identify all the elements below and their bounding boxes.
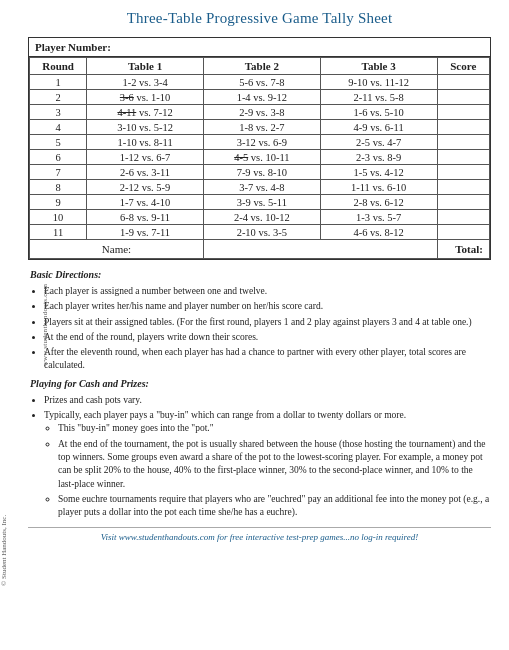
page: www.studenthandouts.com © Student Handou… [0,0,509,650]
list-item: Each player writes her/his name and play… [44,300,491,313]
list-item: Typically, each player pays a "buy-in" w… [44,409,491,519]
list-item: Prizes and cash pots vary. [44,394,491,407]
player-number-label: Player Number: [35,41,111,53]
name-total-row: Name: Total: [30,240,490,259]
player-number-row: Player Number: [29,38,490,57]
header-table1: Table 1 [87,58,204,75]
cell-table3: 2-3 vs. 8-9 [320,150,437,165]
cell-table3: 2-11 vs. 5-8 [320,90,437,105]
copyright-text: © Student Handouts, Inc. [0,515,8,586]
cell-table1: 1-2 vs. 3-4 [87,75,204,90]
list-item: This "buy-in" money goes into the "pot." [58,422,491,435]
footer: Visit www.studenthandouts.com for free i… [28,527,491,542]
table-row: 72-6 vs. 3-117-9 vs. 8-101-5 vs. 4-12 [30,165,490,180]
cell-table3: 2-5 vs. 4-7 [320,135,437,150]
cell-table3: 4-9 vs. 6-11 [320,120,437,135]
name-value [203,240,437,259]
cell-score [437,150,489,165]
table-row: 61-12 vs. 6-74-5 vs. 10-112-3 vs. 8-9 [30,150,490,165]
cell-table2: 1-8 vs. 2-7 [203,120,320,135]
cell-table1: 2-6 vs. 3-11 [87,165,204,180]
cell-table2: 2-4 vs. 10-12 [203,210,320,225]
cell-table1: 1-7 vs. 4-10 [87,195,204,210]
basic-directions-list: Each player is assigned a number between… [44,285,491,373]
list-item: At the end of the round, players write d… [44,331,491,344]
cell-table2: 7-9 vs. 8-10 [203,165,320,180]
table-row: 106-8 vs. 9-112-4 vs. 10-121-3 vs. 5-7 [30,210,490,225]
name-label: Name: [30,240,204,259]
page-title: Three-Table Progressive Game Tally Sheet [28,10,491,27]
cell-table3: 4-6 vs. 8-12 [320,225,437,240]
cell-round: 5 [30,135,87,150]
cell-table2: 5-6 vs. 7-8 [203,75,320,90]
list-item: Some euchre tournaments require that pla… [58,493,491,520]
header-table3: Table 3 [320,58,437,75]
cell-table3: 1-6 vs. 5-10 [320,105,437,120]
cell-table1: 1-10 vs. 8-11 [87,135,204,150]
cell-table1: 3-10 vs. 5-12 [87,120,204,135]
cell-score [437,180,489,195]
cell-table2: 2-9 vs. 3-8 [203,105,320,120]
side-watermark: www.studenthandouts.com [41,284,49,367]
cell-table1: 3-6 vs. 1-10 [87,90,204,105]
basic-directions-title: Basic Directions: [30,268,491,282]
table-row: 51-10 vs. 8-113-12 vs. 6-92-5 vs. 4-7 [30,135,490,150]
cash-title: Playing for Cash and Prizes: [30,377,491,391]
cell-round: 10 [30,210,87,225]
cell-score [437,90,489,105]
cell-round: 2 [30,90,87,105]
cell-table1: 1-12 vs. 6-7 [87,150,204,165]
cell-round: 3 [30,105,87,120]
cell-table1: 2-12 vs. 5-9 [87,180,204,195]
cell-score [437,120,489,135]
cell-table2: 3-12 vs. 6-9 [203,135,320,150]
cell-table3: 9-10 vs. 11-12 [320,75,437,90]
cell-score [437,225,489,240]
table-header-row: Round Table 1 Table 2 Table 3 Score [30,58,490,75]
cash-list: Prizes and cash pots vary.Typically, eac… [44,394,491,520]
cell-table1: 4-11 vs. 7-12 [87,105,204,120]
cell-round: 11 [30,225,87,240]
cell-score [437,105,489,120]
cell-table3: 2-8 vs. 6-12 [320,195,437,210]
cell-round: 9 [30,195,87,210]
cell-round: 8 [30,180,87,195]
list-item: Each player is assigned a number between… [44,285,491,298]
directions-section: Basic Directions: Each player is assigne… [30,268,491,519]
cell-table3: 1-5 vs. 4-12 [320,165,437,180]
table-row: 82-12 vs. 5-93-7 vs. 4-81-11 vs. 6-10 [30,180,490,195]
table-row: 111-9 vs. 7-112-10 vs. 3-54-6 vs. 8-12 [30,225,490,240]
table-row: 23-6 vs. 1-101-4 vs. 9-122-11 vs. 5-8 [30,90,490,105]
cell-score [437,165,489,180]
cell-round: 6 [30,150,87,165]
header-score: Score [437,58,489,75]
cell-score [437,75,489,90]
table-row: 34-11 vs. 7-122-9 vs. 3-81-6 vs. 5-10 [30,105,490,120]
table-row: 91-7 vs. 4-103-9 vs. 5-112-8 vs. 6-12 [30,195,490,210]
cell-score [437,195,489,210]
cell-score [437,135,489,150]
header-round: Round [30,58,87,75]
cell-table1: 6-8 vs. 9-11 [87,210,204,225]
tally-table-wrapper: Player Number: Round Table 1 Table 2 Tab… [28,37,491,260]
cell-table2: 1-4 vs. 9-12 [203,90,320,105]
cell-table2: 4-5 vs. 10-11 [203,150,320,165]
cell-table3: 1-11 vs. 6-10 [320,180,437,195]
list-item: At the end of the tournament, the pot is… [58,438,491,491]
cell-round: 7 [30,165,87,180]
cell-table1: 1-9 vs. 7-11 [87,225,204,240]
cell-round: 1 [30,75,87,90]
total-label: Total: [437,240,489,259]
list-item: After the eleventh round, when each play… [44,346,491,373]
cell-table2: 3-7 vs. 4-8 [203,180,320,195]
game-table: Round Table 1 Table 2 Table 3 Score 11-2… [29,57,490,259]
table-row: 11-2 vs. 3-45-6 vs. 7-89-10 vs. 11-12 [30,75,490,90]
cell-table3: 1-3 vs. 5-7 [320,210,437,225]
cell-table2: 3-9 vs. 5-11 [203,195,320,210]
cell-table2: 2-10 vs. 3-5 [203,225,320,240]
cell-round: 4 [30,120,87,135]
header-table2: Table 2 [203,58,320,75]
table-row: 43-10 vs. 5-121-8 vs. 2-74-9 vs. 6-11 [30,120,490,135]
cell-score [437,210,489,225]
list-item: Players sit at their assigned tables. (F… [44,316,491,329]
